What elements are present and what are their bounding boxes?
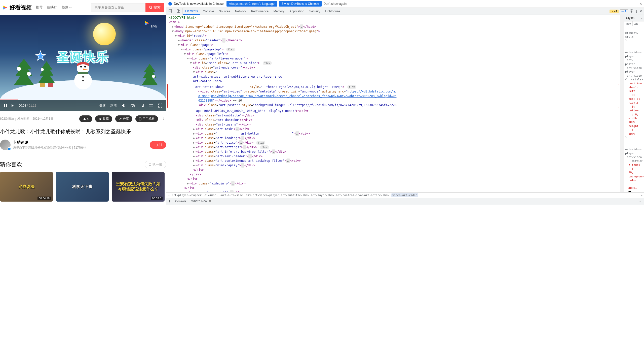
- site-logo[interactable]: 好看视频: [2, 4, 32, 11]
- view-count: 602次播放: [0, 117, 14, 121]
- svg-marker-28: [99, 118, 101, 120]
- svg-marker-22: [122, 104, 124, 107]
- chevron-right-icon[interactable]: »: [639, 15, 644, 21]
- chevron-up-icon[interactable]: ︿: [637, 198, 644, 205]
- svg-point-8: [152, 75, 155, 78]
- match-language-button[interactable]: Always match Chrome's language: [226, 1, 277, 7]
- styles-pane: Styles » :hov .cls element. style { } . …: [624, 15, 644, 192]
- tab-sources[interactable]: Sources: [216, 8, 233, 14]
- speed-button[interactable]: 倍速: [99, 103, 106, 108]
- like-button[interactable]: 4: [79, 115, 92, 122]
- svg-rect-31: [177, 9, 179, 12]
- dismiss-link[interactable]: Don't show again: [324, 2, 347, 6]
- thumbs-up-icon: [83, 117, 86, 120]
- tab-memory[interactable]: Memory: [271, 8, 287, 14]
- tree-graphic: [38, 60, 55, 83]
- tab-network[interactable]: Network: [233, 8, 249, 14]
- nav-recommend[interactable]: 推荐: [36, 5, 43, 10]
- share-button[interactable]: 分享: [115, 115, 132, 122]
- search-button[interactable]: 搜索: [145, 3, 164, 12]
- play-logo-icon: [2, 5, 8, 11]
- phone-icon: [139, 117, 141, 120]
- favorite-button[interactable]: 收藏: [95, 115, 112, 122]
- moon-graphic: [93, 23, 116, 45]
- svg-rect-16: [78, 72, 88, 74]
- svg-point-24: [132, 105, 133, 107]
- tab-application[interactable]: Application: [287, 8, 307, 14]
- svg-marker-17: [36, 51, 45, 60]
- hov-toggle[interactable]: :hov: [624, 21, 633, 26]
- svg-point-12: [84, 66, 86, 68]
- issues-badge[interactable]: ▬1: [620, 9, 628, 13]
- warnings-badge[interactable]: ▲41: [610, 10, 618, 13]
- switch-chinese-button[interactable]: Switch DevTools to Chinese: [279, 1, 322, 7]
- inspect-icon[interactable]: [166, 8, 174, 15]
- tab-console[interactable]: Console: [200, 8, 216, 14]
- quality-button[interactable]: 超清: [110, 103, 117, 108]
- svg-point-4: [27, 72, 31, 76]
- tab-styles[interactable]: Styles: [624, 15, 636, 21]
- close-icon[interactable]: ×: [640, 2, 642, 6]
- svg-rect-29: [139, 118, 141, 120]
- tree-graphic: [141, 62, 159, 85]
- cls-toggle[interactable]: .cls: [633, 21, 640, 26]
- follow-button[interactable]: + 关注: [150, 141, 166, 149]
- time-display: 00:08 / 01:11: [19, 104, 36, 107]
- svg-rect-27: [149, 104, 153, 107]
- camera-button[interactable]: [130, 103, 135, 108]
- svg-point-15: [82, 80, 84, 81]
- pip-button[interactable]: [139, 103, 144, 108]
- more-icon[interactable]: ⋮: [161, 115, 166, 122]
- theater-button[interactable]: [148, 103, 154, 108]
- devtools-tabs: Elements Console Sources Network Perform…: [166, 8, 644, 15]
- close-icon[interactable]: ×: [208, 199, 212, 203]
- recommend-item[interactable]: 科学天下事: [56, 172, 109, 202]
- channel-avatar[interactable]: [0, 140, 11, 150]
- svg-marker-2: [14, 59, 34, 85]
- nav-channel[interactable]: 频道: [61, 5, 72, 10]
- recommend-heading: 猜你喜欢: [0, 161, 22, 168]
- search-icon: [149, 6, 153, 9]
- recommend-item[interactable]: 王安石变法为何失败？如今职场应该注意什么？00:03:5: [112, 172, 165, 202]
- nav-hall[interactable]: 放映厅: [47, 5, 57, 10]
- pause-button[interactable]: [4, 104, 8, 108]
- mobile-button[interactable]: 用手机看: [135, 115, 158, 122]
- scrollbar[interactable]: [620, 15, 624, 192]
- more-icon[interactable]: ⋮: [635, 9, 638, 13]
- svg-marker-7: [142, 64, 158, 85]
- tab-performance[interactable]: Performance: [249, 8, 271, 14]
- decoration-star: [35, 50, 46, 62]
- share-icon: [119, 117, 122, 120]
- svg-rect-21: [14, 104, 14, 107]
- svg-marker-5: [39, 61, 55, 83]
- video-title: 小伴龙儿歌：小伴龙儿歌伴你成长哟！儿歌系列之圣诞快乐: [0, 128, 166, 135]
- search-input[interactable]: [91, 3, 145, 12]
- video-watermark: 好看: [144, 20, 157, 28]
- svg-point-33: [631, 10, 632, 12]
- svg-rect-19: [6, 104, 7, 107]
- elements-tree[interactable]: <!DOCTYPE html> <html> ▶<head itemprop="…: [166, 15, 620, 192]
- refresh-button[interactable]: 换一换: [145, 161, 166, 168]
- tab-lighthouse[interactable]: Lighthouse: [323, 8, 343, 14]
- svg-rect-32: [178, 10, 180, 12]
- channel-name[interactable]: 卡酷速递: [13, 140, 86, 145]
- video-controls: 00:08 / 01:11 倍速 超清: [0, 100, 166, 111]
- tab-security[interactable]: Security: [307, 8, 323, 14]
- drawer-tab-console[interactable]: Console: [173, 199, 189, 204]
- device-icon[interactable]: [174, 8, 183, 15]
- settings-icon[interactable]: [629, 9, 633, 14]
- publish-time: 发布时间：2021年12月1日: [17, 117, 53, 121]
- video-player[interactable]: 好看 圣诞快乐 00:08 / 01:11 倍: [0, 15, 166, 111]
- drawer-menu-icon[interactable]: ⋮: [166, 199, 173, 204]
- volume-button[interactable]: [121, 103, 126, 108]
- close-icon[interactable]: ×: [640, 9, 642, 14]
- fullscreen-button[interactable]: [158, 103, 163, 108]
- next-button[interactable]: [11, 104, 15, 108]
- styles-rules[interactable]: element. style { } . art-video- player .…: [624, 26, 644, 192]
- breadcrumb[interactable]: … :rt-player-wrapper div#mse. .art-auto-…: [166, 192, 644, 198]
- channel-desc: 乐视旗下动漫版权帐号,优质动漫领域创作者 | 71万粉丝: [13, 146, 86, 150]
- tab-elements[interactable]: Elements: [183, 8, 200, 15]
- recommend-item[interactable]: 兆成说法00:04:18: [0, 172, 53, 202]
- console-drawer: ⋮ Console What's New × ︿: [166, 198, 644, 205]
- drawer-tab-whatsnew[interactable]: What's New ×: [189, 198, 214, 204]
